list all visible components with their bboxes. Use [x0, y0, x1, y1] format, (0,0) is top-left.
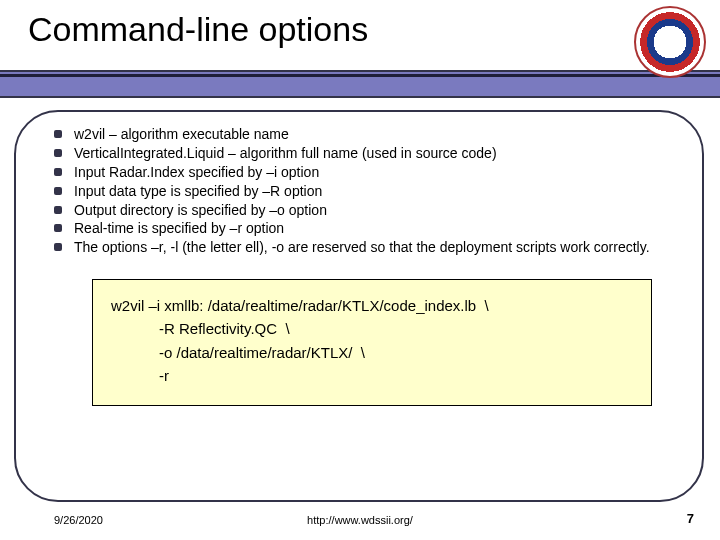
- slide-title: Command-line options: [28, 10, 620, 49]
- code-line: -R Reflectivity.QC \: [111, 317, 633, 340]
- nssl-logo-icon: [634, 6, 706, 78]
- title-area: Command-line options: [28, 10, 620, 49]
- footer-page-number: 7: [687, 511, 694, 526]
- content: w2vil – algorithm executable name Vertic…: [52, 125, 668, 406]
- list-item: w2vil – algorithm executable name: [52, 125, 668, 144]
- accent-bar: [0, 70, 720, 98]
- code-line: -o /data/realtime/radar/KTLX/ \: [111, 341, 633, 364]
- list-item: Input Radar.Index specified by –i option: [52, 163, 668, 182]
- list-item: Input data type is specified by –R optio…: [52, 182, 668, 201]
- list-item: Real-time is specified by –r option: [52, 219, 668, 238]
- code-example-box: w2vil –i xmllb: /data/realtime/radar/KTL…: [92, 279, 652, 406]
- list-item: VerticalIntegrated.Liquid – algorithm fu…: [52, 144, 668, 163]
- code-line: w2vil –i xmllb: /data/realtime/radar/KTL…: [111, 294, 633, 317]
- list-item: Output directory is specified by –o opti…: [52, 201, 668, 220]
- list-item: The options –r, -l (the letter ell), -o …: [52, 238, 668, 257]
- bullet-list: w2vil – algorithm executable name Vertic…: [52, 125, 668, 257]
- code-line: -r: [111, 364, 633, 387]
- footer-url: http://www.wdssii.org/: [0, 514, 720, 526]
- slide: Command-line options w2vil – algorithm e…: [0, 0, 720, 540]
